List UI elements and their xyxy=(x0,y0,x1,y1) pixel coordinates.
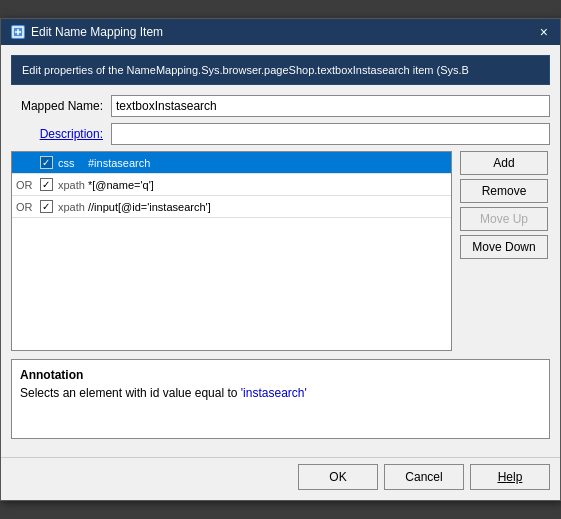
description-input[interactable] xyxy=(111,123,550,145)
table-row[interactable]: ✓ css #instasearch xyxy=(12,152,451,174)
row-checkbox[interactable]: ✓ xyxy=(38,156,54,170)
mapped-name-row: Mapped Name: xyxy=(11,95,550,117)
row-value: *[@name='q'] xyxy=(88,179,447,191)
mapped-name-label: Mapped Name: xyxy=(11,99,111,113)
or-label: OR xyxy=(16,201,38,213)
edit-name-mapping-dialog: Edit Name Mapping Item × Edit properties… xyxy=(0,18,561,501)
checkbox: ✓ xyxy=(40,156,53,169)
or-label xyxy=(16,157,38,169)
row-checkbox[interactable]: ✓ xyxy=(38,200,54,214)
or-label: OR xyxy=(16,179,38,191)
mapped-name-input[interactable] xyxy=(111,95,550,117)
table-row[interactable]: OR ✓ xpath *[@name='q'] xyxy=(12,174,451,196)
remove-button[interactable]: Remove xyxy=(460,179,548,203)
dialog-body: Edit properties of the NameMapping.Sys.b… xyxy=(1,45,560,457)
row-type: xpath xyxy=(58,201,88,213)
add-button[interactable]: Add xyxy=(460,151,548,175)
annotation-text: Selects an element with id value equal t… xyxy=(20,386,541,400)
dialog-title: Edit Name Mapping Item xyxy=(31,25,163,39)
close-button[interactable]: × xyxy=(538,25,550,39)
info-banner: Edit properties of the NameMapping.Sys.b… xyxy=(11,55,550,85)
description-label[interactable]: Description: xyxy=(11,127,111,141)
dialog-icon xyxy=(11,25,25,39)
title-bar: Edit Name Mapping Item × xyxy=(1,19,560,45)
annotation-highlight: 'instasearch' xyxy=(241,386,307,400)
row-type: css xyxy=(58,157,88,169)
help-button[interactable]: Help xyxy=(470,464,550,490)
cancel-button[interactable]: Cancel xyxy=(384,464,464,490)
mapping-table: ✓ css #instasearch OR ✓ xpath *[@name='q… xyxy=(11,151,452,351)
checkbox: ✓ xyxy=(40,178,53,191)
annotation-title: Annotation xyxy=(20,368,541,382)
main-content: ✓ css #instasearch OR ✓ xpath *[@name='q… xyxy=(11,151,550,351)
dialog-footer: OK Cancel Help xyxy=(1,457,560,500)
row-value: //input[@id='instasearch'] xyxy=(88,201,447,213)
ok-button[interactable]: OK xyxy=(298,464,378,490)
annotation-text-plain: Selects an element with id value equal t… xyxy=(20,386,241,400)
row-type: xpath xyxy=(58,179,88,191)
row-value: #instasearch xyxy=(88,157,447,169)
annotation-area: Annotation Selects an element with id va… xyxy=(11,359,550,439)
description-row: Description: xyxy=(11,123,550,145)
help-label: elp xyxy=(506,470,522,484)
checkbox: ✓ xyxy=(40,200,53,213)
table-row[interactable]: OR ✓ xpath //input[@id='instasearch'] xyxy=(12,196,451,218)
move-down-button[interactable]: Move Down xyxy=(460,235,548,259)
title-bar-left: Edit Name Mapping Item xyxy=(11,25,163,39)
row-checkbox[interactable]: ✓ xyxy=(38,178,54,192)
action-buttons: Add Remove Move Up Move Down xyxy=(460,151,550,351)
move-up-button[interactable]: Move Up xyxy=(460,207,548,231)
